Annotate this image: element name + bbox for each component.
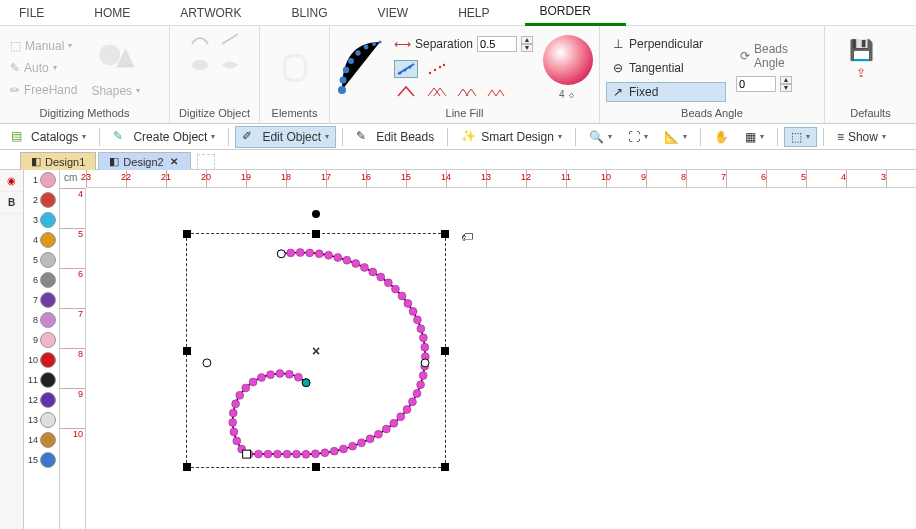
fixed-button[interactable]: ↗Fixed <box>606 82 726 102</box>
perpendicular-icon: ⊥ <box>613 37 623 51</box>
palette-row[interactable]: 5 <box>24 250 59 270</box>
color-tool[interactable]: ◉ <box>0 170 23 192</box>
beads-angle-label: ⟳Beads Angle <box>736 40 818 72</box>
element-icon[interactable] <box>274 47 316 89</box>
svg-point-54 <box>357 439 365 447</box>
select-tool[interactable]: ⬚▾ <box>784 127 817 147</box>
close-icon[interactable]: ✕ <box>168 156 180 167</box>
cursor-icon: ⬚ <box>791 130 802 144</box>
svg-point-76 <box>258 374 266 382</box>
group-line-fill-label: Line Fill <box>336 105 593 121</box>
palette-row[interactable]: 7 <box>24 290 59 310</box>
edit-beads-button[interactable]: ✎Edit Beads <box>349 126 441 148</box>
smart-design-button[interactable]: ✨Smart Design▾ <box>454 126 569 148</box>
svg-rect-4 <box>284 55 305 80</box>
rotation-handle[interactable] <box>312 210 320 218</box>
svg-line-2 <box>222 34 238 44</box>
palette-row[interactable]: 12 <box>24 390 59 410</box>
tab-design2[interactable]: ◧Design2✕ <box>98 152 190 170</box>
svg-point-19 <box>439 65 441 67</box>
measure-tool[interactable]: 📐▾ <box>657 127 694 147</box>
bead-count: 4 ࡀ <box>559 89 577 100</box>
palette-row[interactable]: 15 <box>24 450 59 470</box>
pattern-2[interactable] <box>424 60 448 78</box>
palette-row[interactable]: 14 <box>24 430 59 450</box>
angle-p3[interactable] <box>454 82 478 100</box>
svg-point-48 <box>403 406 411 414</box>
doc-icon: ◧ <box>109 155 119 168</box>
show-button[interactable]: ≡Show▾ <box>830 127 893 147</box>
palette-row[interactable]: 3 <box>24 210 59 230</box>
object-tag-icon[interactable]: 🏷 <box>461 230 473 244</box>
manual-button[interactable]: ⬚Manual▾ <box>6 37 81 55</box>
grid-icon: ▦ <box>745 130 756 144</box>
palette-row[interactable]: 11 <box>24 370 59 390</box>
pan-tool[interactable]: ✋ <box>707 127 736 147</box>
freehand-button[interactable]: ✏FreeHand <box>6 81 81 99</box>
palette-row[interactable]: 6 <box>24 270 59 290</box>
separation-spinner[interactable]: ▲▼ <box>521 36 533 52</box>
canvas[interactable]: 🏷 × <box>86 188 916 529</box>
svg-point-16 <box>409 65 412 68</box>
svg-point-30 <box>360 263 368 271</box>
palette-row[interactable]: 8 <box>24 310 59 330</box>
palette-row[interactable]: 4 <box>24 230 59 250</box>
svg-point-62 <box>283 450 291 458</box>
group-defaults-label: Defaults <box>831 105 910 121</box>
svg-point-7 <box>343 67 349 73</box>
auto-button[interactable]: ✎Auto▾ <box>6 59 81 77</box>
zoom-fit-icon: ⛶ <box>628 130 640 144</box>
new-tab-button[interactable] <box>197 154 215 170</box>
blob-icon[interactable] <box>188 56 212 74</box>
bead-path[interactable] <box>187 234 445 467</box>
pattern-1[interactable] <box>394 60 418 78</box>
angle-icon: ⟳ <box>740 49 750 63</box>
palette-row[interactable]: 1 <box>24 170 59 190</box>
menu-home[interactable]: HOME <box>79 1 165 25</box>
angle-p1[interactable] <box>394 82 418 100</box>
grid-tool[interactable]: ▦▾ <box>738 127 771 147</box>
menu-artwork[interactable]: ARTWORK <box>165 1 276 25</box>
palette-row[interactable]: 2 <box>24 190 59 210</box>
angle-p4[interactable] <box>484 82 508 100</box>
menu-file[interactable]: FILE <box>4 1 79 25</box>
tangential-button[interactable]: ⊖Tangential <box>606 58 726 78</box>
svg-point-82 <box>277 250 285 258</box>
create-icon: ✎ <box>113 129 129 145</box>
bold-tool[interactable]: B <box>0 192 23 214</box>
angle-input[interactable] <box>736 76 776 92</box>
catalogs-button[interactable]: ▤Catalogs▾ <box>4 126 93 148</box>
edit-object-button[interactable]: ✐Edit Object▾ <box>235 126 336 148</box>
palette-row[interactable]: 10 <box>24 350 59 370</box>
svg-point-68 <box>233 437 241 445</box>
svg-point-56 <box>340 445 348 453</box>
svg-point-77 <box>267 371 275 379</box>
svg-point-55 <box>349 442 357 450</box>
tab-design1[interactable]: ◧Design1 <box>20 152 96 170</box>
curve-icon[interactable] <box>188 30 212 48</box>
palette-row[interactable]: 9 <box>24 330 59 350</box>
svg-point-15 <box>404 68 407 71</box>
group-elements-label: Elements <box>266 105 323 121</box>
zoom-fit-tool[interactable]: ⛶▾ <box>621 127 655 147</box>
save-defaults-icon[interactable]: 💾 <box>849 38 874 62</box>
line-icon[interactable] <box>218 30 242 48</box>
menu-bling[interactable]: BLING <box>276 1 362 25</box>
zoom-tool[interactable]: 🔍▾ <box>582 127 619 147</box>
angle-spinner[interactable]: ▲▼ <box>780 76 792 92</box>
menu-help[interactable]: HELP <box>443 1 524 25</box>
separation-input[interactable] <box>477 36 517 52</box>
svg-point-27 <box>334 253 342 261</box>
create-object-button[interactable]: ✎Create Object▾ <box>106 126 222 148</box>
angle-p2[interactable] <box>424 82 448 100</box>
menu-border[interactable]: BORDER <box>525 0 626 26</box>
perpendicular-button[interactable]: ⊥Perpendicular <box>606 34 726 54</box>
bead-color-preview[interactable] <box>543 35 593 85</box>
tangential-icon: ⊖ <box>613 61 623 75</box>
load-defaults-icon[interactable]: ⇪ <box>856 66 866 80</box>
shape2-icon[interactable] <box>218 56 242 74</box>
shapes-icon[interactable] <box>95 36 137 78</box>
palette-row[interactable]: 13 <box>24 410 59 430</box>
menu-view[interactable]: VIEW <box>362 1 443 25</box>
selection-box[interactable]: 🏷 × <box>186 233 446 468</box>
